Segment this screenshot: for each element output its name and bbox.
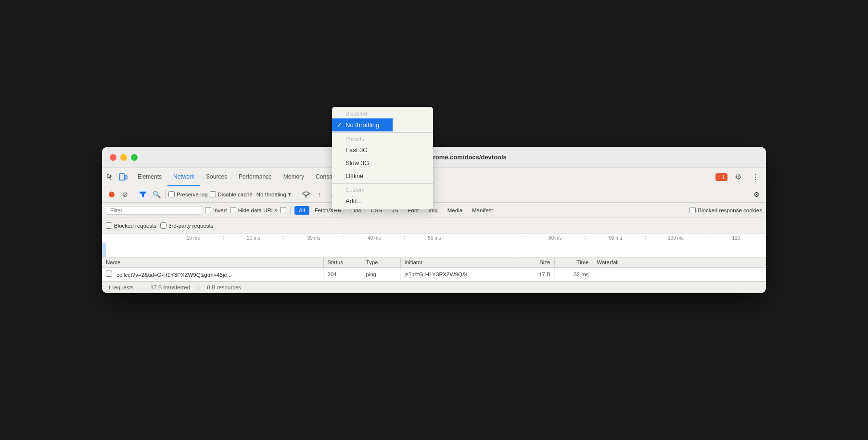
clear-button[interactable]: ⊘ [119,189,131,200]
third-party-check[interactable]: 3rd-party requests [160,222,213,229]
tab-performance[interactable]: Performance [233,168,278,186]
divider-3 [297,190,297,199]
col-waterfall[interactable]: Waterfall [593,258,766,268]
type-media[interactable]: Media [443,206,467,215]
cell-status: 204 [323,268,362,281]
type-all[interactable]: All [294,206,309,215]
timeline-mark-5: 50 ms [404,235,464,241]
type-img[interactable]: Img [424,206,442,215]
download-icon[interactable]: ⬇ [327,189,339,200]
window-title: DevTools - developer.chrome.com/docs/dev… [361,154,507,161]
issues-badge[interactable]: ! 1 [715,173,728,181]
maximize-button[interactable] [131,154,138,161]
extra-check[interactable] [280,207,286,213]
invert-check[interactable]: Invert [205,207,227,213]
third-party-checkbox[interactable] [160,222,166,229]
col-size[interactable]: Size [516,258,554,268]
hide-data-urls-check[interactable]: Hide data URLs [230,207,277,213]
titlebar: DevTools - developer.chrome.com/docs/dev… [102,147,766,168]
tab-sources[interactable]: Sources [200,168,233,186]
divider-1 [134,190,134,199]
blocked-cookies-check[interactable]: Blocked response cookies [689,207,762,213]
col-type[interactable]: Type [362,258,400,268]
col-status[interactable]: Status [323,258,362,268]
filter-divider [290,206,291,215]
wifi-icon[interactable] [300,189,312,200]
requests-count: 1 requests [108,285,134,290]
settings-icon[interactable]: ⚙ [731,170,745,184]
preserve-log-checkbox[interactable] [168,191,175,197]
dropdown-separator-1 [332,132,433,133]
filter-input[interactable] [106,206,202,215]
col-initiator[interactable]: Initiator [400,258,516,268]
blocked-requests-check[interactable]: Blocked requests [106,222,156,229]
divider-2 [165,190,166,199]
type-js[interactable]: JS [387,206,402,215]
tab-right-actions: ! 1 ⚙ ⋮ [715,170,762,184]
cell-initiator[interactable]: js?id=G-H1Y3PXZW9Q&l [400,268,516,281]
col-time[interactable]: Time [554,258,593,268]
svg-point-2 [109,192,115,197]
device-icon[interactable] [118,172,128,182]
search-button[interactable]: 🔍 [151,189,162,200]
network-table-wrapper: Name Status Type Initiator Size Time Wat… [102,258,766,281]
timeline-mark-9: 100 ms [645,235,705,241]
tab-console[interactable]: Console [310,168,343,186]
throttle-dropdown[interactable]: No throttling ▼ [255,191,294,198]
tab-elements[interactable]: Elements [132,168,167,186]
hide-data-urls-checkbox[interactable] [230,207,236,213]
preserve-log-check[interactable]: Preserve log [168,191,208,197]
record-button[interactable] [106,189,117,200]
tab-bar: Elements Network Sources Performance Mem… [102,168,766,186]
transferred-size: 17 B transferred [151,285,190,290]
more-options-icon[interactable]: ⋮ [749,170,762,184]
cell-size: 17 B [516,268,554,281]
upload-icon[interactable]: ↑ [314,189,325,200]
type-doc[interactable]: Doc [347,206,365,215]
tab-icons [106,172,128,182]
filter-button[interactable] [137,189,149,200]
type-fetch-xhr[interactable]: Fetch/XHR [310,206,346,215]
dropdown-section-presets: Presets [332,134,433,143]
blocked-cookies-checkbox[interactable] [689,207,696,213]
timeline-mark-8: 90 ms [585,235,645,241]
type-css[interactable]: CSS [366,206,386,215]
table-row: collect?v=2&tid=G-H1Y3PXZW9Q&gtm=45je...… [102,268,766,281]
select-icon[interactable] [106,172,115,182]
more-tabs-button[interactable]: >> [383,174,397,181]
disable-cache-check[interactable]: Disable cache [210,191,253,197]
resources-size: 0 B resources [207,285,241,290]
dropdown-item-no-throttling[interactable]: ✓ No throttling [332,118,393,131]
dropdown-item-no-throttling-wrapper: ✓ No throttling [332,118,433,131]
throttle-arrow-icon: ▼ [287,192,292,197]
tab-application[interactable]: Application [343,168,383,186]
timeline-mark-7: 80 ms [525,235,585,241]
disable-cache-checkbox[interactable] [210,191,216,197]
tab-memory[interactable]: Memory [278,168,310,186]
traffic-lights [110,154,138,161]
invert-checkbox[interactable] [205,207,211,213]
status-divider-1: | [141,285,143,290]
cell-time: 32 ms [554,268,593,281]
network-table: Name Status Type Initiator Size Time Wat… [102,258,766,281]
minimize-button[interactable] [120,154,127,161]
cell-type: ping [362,268,400,281]
extra-checkbox[interactable] [280,207,286,213]
type-manifest[interactable]: Manifest [468,206,497,215]
timeline-mark-10: 110 [706,235,766,241]
type-buttons: All Fetch/XHR Doc CSS JS Font Img Media … [294,206,498,215]
tab-network[interactable]: Network [167,168,200,186]
close-button[interactable] [110,154,116,161]
issues-count: 1 [722,174,725,180]
status-divider-2: | [198,285,199,290]
timeline: 10 ms 20 ms 30 ms 40 ms 50 ms 80 ms 90 m… [102,233,766,258]
devtools-window: DevTools - developer.chrome.com/docs/dev… [102,147,766,293]
blocked-requests-checkbox[interactable] [106,222,112,229]
svg-rect-1 [125,176,127,179]
col-name[interactable]: Name [102,258,323,268]
network-settings-icon[interactable]: ⚙ [751,189,762,200]
issues-icon: ! [718,174,720,180]
type-font[interactable]: Font [404,206,423,215]
row-checkbox[interactable] [106,271,112,277]
timeline-bar [102,243,106,257]
